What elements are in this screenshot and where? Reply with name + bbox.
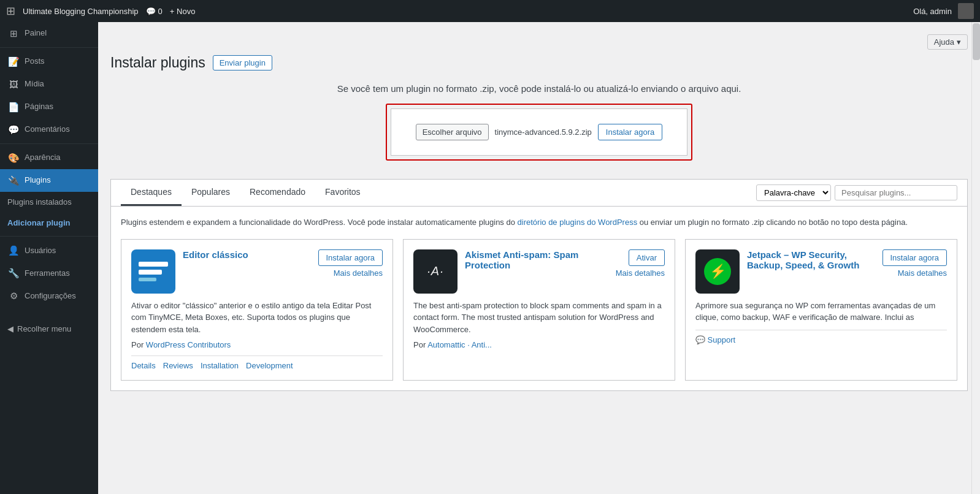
plugin-author-link-classic[interactable]: WordPress Contributors: [146, 340, 231, 349]
classic-reviews-link[interactable]: Reviews: [163, 361, 193, 370]
tab-destaques[interactable]: Destaques: [121, 180, 182, 206]
activate-akismet-button[interactable]: Ativar: [629, 249, 665, 266]
plugin-directory-link[interactable]: diretório de plugins do WordPress: [518, 218, 638, 227]
sidebar-label-ferramentas: Ferramentas: [25, 268, 70, 279]
admin-bar: ⊞ Ultimate Blogging Championship 💬 0 + N…: [0, 0, 980, 22]
sidebar-submenu-plugins-instalados[interactable]: Plugins instalados: [0, 192, 98, 213]
sidebar-label-paginas: Páginas: [25, 101, 53, 112]
classic-line-3: [139, 278, 156, 281]
install-now-button[interactable]: Instalar agora: [598, 124, 663, 140]
sidebar-item-midia[interactable]: 🖼Mídia: [0, 73, 98, 96]
classic-details-link[interactable]: Details: [131, 361, 156, 370]
jetpack-bolt-icon: ⚡: [704, 258, 731, 285]
sidebar-item-configuracoes[interactable]: ⚙Configurações: [0, 284, 98, 307]
classic-installation-link[interactable]: Installation: [201, 361, 239, 370]
site-name[interactable]: Ultimate Blogging Championship: [23, 7, 139, 16]
plugin-icon-jetpack: ⚡: [695, 249, 740, 294]
plugin-list-area: Plugins estendem e expandem a funcionali…: [110, 206, 968, 391]
sidebar-item-plugins[interactable]: 🔌Plugins: [0, 169, 98, 192]
page-title-row: Instalar plugins Enviar plugin: [110, 55, 968, 71]
admin-sidebar: ⊞Painel 📝Posts 🖼Mídia 📄Páginas 💬Comentár…: [0, 22, 98, 494]
appearance-icon: 🎨: [7, 151, 20, 164]
plugin-info-akismet: Akismet Anti-spam: Spam Protection: [465, 249, 608, 294]
upload-notice: Se você tem um plugin no formato .zip, v…: [110, 83, 968, 94]
sidebar-item-aparencia[interactable]: 🎨Aparência: [0, 146, 98, 169]
comment-icon: 💬: [146, 7, 156, 16]
more-details-jetpack-link[interactable]: Mais detalhes: [898, 268, 947, 278]
sidebar-item-ferramentas[interactable]: 🔧Ferramentas: [0, 262, 98, 284]
new-content-link[interactable]: + Novo: [170, 7, 196, 16]
sidebar-item-paginas[interactable]: 📄Páginas: [0, 96, 98, 118]
plugin-footer-jetpack: 💬 Support: [695, 330, 947, 344]
choose-file-button[interactable]: Escolher arquivo: [416, 124, 489, 140]
scrollbar-thumb[interactable]: [973, 23, 980, 60]
plugin-author-link-akismet[interactable]: Automattic · Anti...: [427, 340, 492, 349]
tab-favoritos[interactable]: Favoritos: [315, 180, 370, 206]
classic-development-link[interactable]: Development: [246, 361, 293, 370]
collapse-label: Recolher menu: [17, 324, 71, 333]
plugin-desc-akismet: The best anti-spam protection to block s…: [413, 300, 665, 336]
install-jetpack-button[interactable]: Instalar agora: [882, 249, 947, 266]
sidebar-label-midia: Mídia: [25, 78, 44, 89]
main-menu: ⊞Painel 📝Posts 🖼Mídia 📄Páginas 💬Comentár…: [0, 22, 98, 307]
help-label: Ajuda: [934, 37, 954, 47]
plugin-tabs: Destaques Populares Recomendado Favorito…: [110, 179, 968, 206]
plugin-name-classic: Editor clássico: [183, 249, 311, 260]
comments-icon: 💬: [7, 123, 20, 136]
tab-recomendado[interactable]: Recomendado: [240, 180, 315, 206]
classic-line-1: [139, 262, 168, 267]
plugins-icon: 🔌: [7, 174, 20, 187]
sidebar-item-posts[interactable]: 📝Posts: [0, 50, 98, 73]
tools-icon: 🔧: [7, 267, 20, 279]
sidebar-label-posts: Posts: [25, 56, 45, 67]
tab-populares[interactable]: Populares: [182, 180, 240, 206]
tab-search-area: Palavra-chave Autor Tag: [756, 184, 957, 201]
search-type-select[interactable]: Palavra-chave Autor Tag: [756, 184, 831, 201]
plugin-card-header-jetpack: ⚡ Jetpack – WP Security, Backup, Speed, …: [695, 249, 947, 294]
plugin-info-jetpack: Jetpack – WP Security, Backup, Speed, & …: [747, 249, 875, 294]
sidebar-label-plugins: Plugins: [25, 175, 51, 186]
jetpack-support-link[interactable]: 💬 Support: [695, 335, 735, 344]
plugin-desc-classic: Ativar o editor "clássico" anterior e o …: [131, 300, 383, 336]
plugin-name-akismet: Akismet Anti-spam: Spam Protection: [465, 249, 608, 270]
settings-icon: ⚙: [7, 289, 20, 302]
search-plugins-input[interactable]: [835, 185, 957, 200]
plugin-card-header-classic: Editor clássico Instalar agora Mais deta…: [131, 249, 383, 294]
plugin-card-editor-classico: Editor clássico Instalar agora Mais deta…: [121, 239, 393, 381]
more-details-akismet-link[interactable]: Mais detalhes: [616, 268, 665, 278]
sidebar-item-usuarios[interactable]: 👤Usuários: [0, 239, 98, 262]
plugin-card-jetpack: ⚡ Jetpack – WP Security, Backup, Speed, …: [685, 239, 957, 381]
page-title: Instalar plugins: [110, 55, 205, 71]
sidebar-label-adicionar-plugin: Adicionar plugin: [7, 218, 71, 229]
scrollbar-track[interactable]: [971, 22, 980, 494]
upload-box-wrapper: Escolher arquivo tinymce-advanced.5.9.2.…: [110, 104, 968, 161]
comments-link[interactable]: 💬 0: [146, 7, 163, 16]
plugin-author-akismet: Por Automattic · Anti...: [413, 340, 665, 349]
classic-icon-inner: [131, 254, 175, 289]
help-button[interactable]: Ajuda ▾: [927, 34, 968, 50]
user-avatar[interactable]: [958, 3, 974, 19]
sidebar-submenu-adicionar-plugin[interactable]: Adicionar plugin: [0, 213, 98, 234]
sidebar-label-usuarios: Usuários: [25, 245, 56, 256]
main-content: Ajuda ▾ Instalar plugins Enviar plugin S…: [98, 22, 980, 494]
plugin-card-header-akismet: ·A· Akismet Anti-spam: Spam Protection A…: [413, 249, 665, 294]
wp-logo-icon[interactable]: ⊞: [6, 4, 15, 18]
plugin-icon-classic: [131, 249, 175, 294]
posts-icon: 📝: [7, 55, 20, 68]
plugin-desc-jetpack: Aprimore sua segurança no WP com ferrame…: [695, 300, 947, 324]
sidebar-item-comentarios[interactable]: 💬Comentários: [0, 118, 98, 141]
desc-part1: Plugins estendem e expandem a funcionali…: [121, 218, 518, 227]
pages-icon: 📄: [7, 101, 20, 113]
install-classic-button[interactable]: Instalar agora: [318, 249, 383, 266]
comments-count: 0: [158, 7, 163, 16]
help-arrow-icon: ▾: [957, 37, 961, 47]
plugin-actions-jetpack: Instalar agora Mais detalhes: [882, 249, 947, 294]
sidebar-item-painel[interactable]: ⊞Painel: [0, 22, 98, 45]
more-details-classic-link[interactable]: Mais detalhes: [334, 268, 383, 278]
sidebar-label-plugins-instalados: Plugins instalados: [7, 197, 72, 208]
sidebar-label-painel: Painel: [25, 28, 47, 39]
collapse-menu-button[interactable]: ◀ Recolher menu: [0, 319, 98, 338]
users-icon: 👤: [7, 244, 20, 257]
media-icon: 🖼: [7, 78, 20, 91]
upload-plugin-button[interactable]: Enviar plugin: [213, 55, 272, 70]
